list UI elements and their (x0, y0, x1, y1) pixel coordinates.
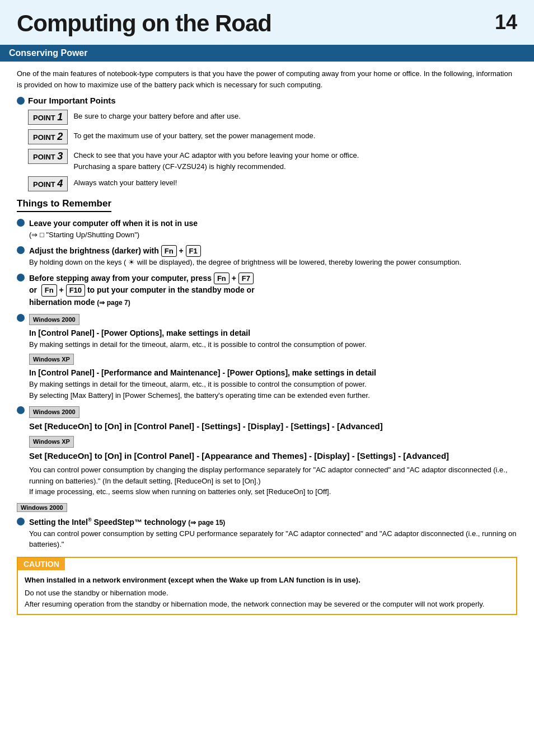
page-header: Computing on the Road 14 (0, 0, 534, 45)
winxp-badge-cp: Windows XP (29, 354, 517, 368)
bullet-icon-control-panel (17, 314, 25, 322)
bullet-icon-standby (17, 274, 25, 281)
page-number: 14 (495, 11, 517, 34)
os-badge-win2000-cp: Windows 2000 (29, 314, 79, 326)
point-num-4: 4 (57, 178, 63, 189)
point-label-text-1: POINT (33, 114, 55, 122)
things-header: Things to Remember (17, 198, 517, 218)
os-badge-winxp-cp: Windows XP (29, 354, 74, 365)
point-label-3: POINT 3 (28, 149, 68, 164)
caution-header-label: CAUTION (18, 558, 65, 570)
remember-content-brightness: Adjust the brightness (darker) with Fn +… (29, 245, 517, 268)
speedstep-section: Windows 2000 Setting the Intel® SpeedSte… (17, 502, 517, 550)
content-area: Conserving Power One of the main feature… (0, 45, 534, 632)
point-text-1: Be sure to charge your battery before an… (73, 110, 240, 122)
point-label-text-3: POINT (33, 153, 55, 161)
key-fn-standby: Fn (214, 273, 229, 285)
remember-title-ro-win2000: Set [ReduceOn] to [On] in [Control Panel… (29, 420, 517, 433)
caution-title-text: When installed in a network environment … (25, 575, 509, 586)
remember-content-reduceon: Windows 2000 Set [ReduceOn] to [On] in [… (29, 405, 517, 497)
remember-body-speedstep: You can control power consumption by set… (29, 528, 517, 550)
remember-body-brightness: By holding down on the keys ( ☀ will be … (29, 257, 517, 268)
main-body: One of the main features of notebook-typ… (0, 68, 534, 615)
remember-title-cp-win2000: In [Control Panel] - [Power Options], ma… (29, 327, 517, 339)
four-points-section: Four Important Points POINT 1 Be sure to… (17, 96, 517, 191)
point-text-2: To get the maximum use of your battery, … (73, 129, 315, 142)
remember-title-speedstep: Setting the Intel® SpeedStep™ technology… (29, 516, 517, 528)
bullet-icon-leave-off (17, 219, 25, 227)
remember-title-brightness: Adjust the brightness (darker) with Fn +… (29, 245, 517, 257)
point-label-text-2: POINT (33, 133, 55, 142)
remember-subtitle-leave-off: (⇒ □ "Starting Up/Shutting Down") (29, 229, 517, 241)
win2000-badge-ro: Windows 2000 (29, 405, 517, 420)
point-label-4: POINT 4 (28, 176, 68, 191)
caution-body-line1: Do not use the standby or hibernation mo… (25, 588, 509, 599)
point-text-4: Always watch your battery level! (73, 176, 177, 189)
section-header-label: Conserving Power (9, 48, 87, 58)
remember-content-control-panel: Windows 2000 In [Control Panel] - [Power… (29, 313, 517, 401)
things-to-remember-section: Things to Remember Leave your computer o… (17, 198, 517, 550)
bullet-icon-speedstep (17, 518, 25, 525)
page-ref-standby: (⇒ page 7) (97, 298, 130, 308)
remember-item-brightness: Adjust the brightness (darker) with Fn +… (17, 245, 517, 268)
remember-content-standby: Before stepping away from your computer,… (29, 273, 517, 308)
page-ref-speedstep: (⇒ page 15) (188, 518, 225, 528)
os-badge-winxp-ro: Windows XP (29, 436, 74, 448)
point-row-3: POINT 3 Check to see that you have your … (28, 149, 517, 172)
point-text-3: Check to see that you have your AC adapt… (73, 149, 359, 172)
point-label-1: POINT 1 (28, 110, 68, 125)
point-num-2: 2 (57, 131, 63, 142)
things-header-text: Things to Remember (17, 198, 111, 212)
page-title: Computing on the Road (17, 10, 517, 37)
key-f10-hibernate: F10 (66, 284, 85, 297)
caution-box: CAUTION When installed in a network envi… (17, 557, 517, 616)
point-row-1: POINT 1 Be sure to charge your battery b… (28, 110, 517, 125)
point-num-1: 1 (57, 111, 63, 123)
key-fn-brightness: Fn (161, 245, 177, 257)
remember-title-standby: Before stepping away from your computer,… (29, 273, 517, 308)
remember-body-ro: You can control power consumption by cha… (29, 464, 517, 497)
caution-content: When installed in a network environment … (18, 570, 516, 614)
four-points-title: Four Important Points (28, 96, 116, 105)
remember-item-speedstep: Setting the Intel® SpeedStep™ technology… (17, 516, 517, 550)
remember-item-control-panel: Windows 2000 In [Control Panel] - [Power… (17, 313, 517, 401)
point-num-3: 3 (57, 151, 63, 162)
point-row-4: POINT 4 Always watch your battery level! (28, 176, 517, 191)
bullet-icon-reduceon (17, 406, 25, 414)
remember-content-leave-off: Leave your computer off when it is not i… (29, 218, 517, 241)
remember-body-cp-winxp: By making settings in detail for the tim… (29, 379, 517, 401)
bullet-icon-brightness (17, 246, 25, 254)
os-badge-win2000-ss: Windows 2000 (17, 503, 67, 512)
point-label-2: POINT 2 (28, 129, 68, 144)
four-points-header: Four Important Points (17, 96, 517, 105)
remember-item-leave-off: Leave your computer off when it is not i… (17, 218, 517, 241)
caution-body-line2: After resuming operation from the standb… (25, 599, 509, 610)
remember-item-standby: Before stepping away from your computer,… (17, 273, 517, 308)
win2000-badge-cp: Windows 2000 (29, 313, 517, 328)
key-f1-brightness: F1 (186, 245, 201, 257)
remember-item-reduceon: Windows 2000 Set [ReduceOn] to [On] in [… (17, 405, 517, 497)
key-f7-standby: F7 (238, 273, 254, 285)
bullet-icon (17, 97, 25, 105)
point-label-text-4: POINT (33, 180, 55, 189)
winxp-badge-ro: Windows XP (29, 436, 517, 450)
remember-content-speedstep: Setting the Intel® SpeedStep™ technology… (29, 516, 517, 550)
os-badge-win2000-ro: Windows 2000 (29, 406, 79, 418)
points-container: POINT 1 Be sure to charge your battery b… (28, 110, 517, 191)
remember-title-leave-off: Leave your computer off when it is not i… (29, 218, 517, 229)
point-row-2: POINT 2 To get the maximum use of your b… (28, 129, 517, 144)
remember-title-cp-winxp: In [Control Panel] - [Performance and Ma… (29, 367, 517, 379)
section-header-conserving-power: Conserving Power (0, 45, 534, 62)
remember-body-cp-win2000: By making settings in detail for the tim… (29, 339, 517, 350)
win2000-badge-ss: Windows 2000 (17, 502, 517, 514)
key-fn-hibernate: Fn (41, 284, 57, 297)
remember-title-ro-winxp: Set [ReduceOn] to [On] in [Control Panel… (29, 450, 517, 463)
intro-text: One of the main features of notebook-typ… (17, 68, 517, 90)
